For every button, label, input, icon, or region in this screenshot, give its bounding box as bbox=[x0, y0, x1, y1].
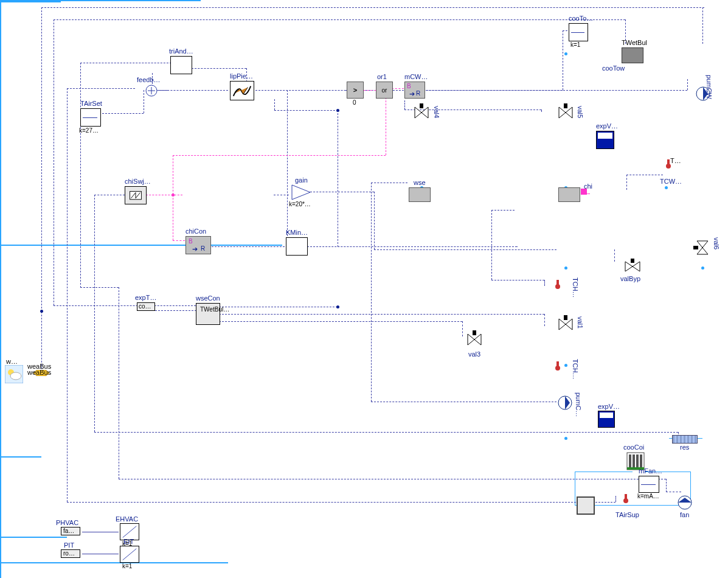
wire bbox=[94, 195, 125, 195]
block-mCW[interactable]: B R ➔ bbox=[404, 82, 425, 99]
block-TAirSet[interactable] bbox=[80, 108, 101, 127]
wire bbox=[119, 287, 119, 479]
label: chiCon bbox=[185, 228, 206, 235]
block-triAnd[interactable] bbox=[170, 56, 192, 74]
wire bbox=[544, 280, 545, 286]
wire bbox=[212, 246, 285, 247]
label: val3 bbox=[468, 350, 480, 358]
diagram-canvas[interactable]: cooTo… k=1 TWetBul cooTow pumCW T… TCW… … bbox=[0, 0, 728, 578]
wire bbox=[94, 432, 678, 433]
wire-bool bbox=[173, 195, 173, 240]
sensor-TAirSup[interactable] bbox=[620, 493, 631, 504]
label: or1 bbox=[377, 73, 387, 80]
svg-marker-3 bbox=[415, 107, 421, 118]
block-expV-b[interactable] bbox=[598, 411, 615, 428]
wire bbox=[80, 63, 81, 288]
pipe bbox=[0, 112, 728, 153]
wire bbox=[563, 30, 563, 90]
block-res[interactable] bbox=[672, 435, 698, 444]
wire bbox=[371, 183, 372, 402]
sensor-TCH2[interactable] bbox=[552, 360, 563, 371]
block-val3[interactable] bbox=[465, 330, 484, 349]
block-gain[interactable] bbox=[291, 184, 311, 201]
block-mFan[interactable] bbox=[639, 476, 659, 493]
label: res bbox=[680, 444, 689, 451]
wire bbox=[426, 90, 687, 91]
block-val4[interactable] bbox=[412, 103, 431, 122]
wire bbox=[274, 99, 275, 110]
junction bbox=[564, 52, 567, 55]
block-val5[interactable] bbox=[556, 103, 575, 122]
label: TAirSup bbox=[615, 511, 639, 518]
label: lipPie… bbox=[230, 72, 253, 80]
label: val5 bbox=[577, 106, 584, 118]
wire bbox=[80, 63, 172, 63]
wire bbox=[541, 110, 542, 112]
label: fan bbox=[680, 511, 689, 518]
wire bbox=[310, 192, 374, 192]
label: cooCoi bbox=[623, 444, 644, 451]
svg-marker-17 bbox=[559, 319, 566, 330]
svg-point-2 bbox=[666, 164, 671, 169]
block-wse[interactable] bbox=[409, 187, 431, 202]
svg-point-42 bbox=[10, 372, 21, 380]
svg-rect-11 bbox=[631, 259, 634, 263]
label: k=1 bbox=[570, 41, 580, 48]
wire bbox=[491, 210, 515, 211]
label: val1 bbox=[577, 316, 584, 329]
b2r-r: R bbox=[416, 90, 420, 97]
pipe bbox=[0, 153, 728, 245]
b2r-r: R bbox=[201, 245, 205, 252]
block-weather[interactable] bbox=[5, 365, 23, 383]
label: PIT bbox=[64, 541, 74, 549]
junction bbox=[336, 109, 339, 112]
block-chi[interactable] bbox=[558, 187, 580, 202]
wire bbox=[274, 110, 338, 111]
label: TWetBul bbox=[622, 39, 647, 46]
block-val1[interactable] bbox=[556, 315, 575, 333]
block-val6[interactable] bbox=[693, 239, 712, 257]
block-chiSwj[interactable] bbox=[125, 186, 147, 204]
block-chiCon[interactable]: B R ➔ bbox=[185, 236, 211, 254]
wire-bool bbox=[173, 155, 386, 156]
block-wseCon[interactable]: TWetBul… bbox=[196, 303, 220, 325]
wire bbox=[615, 496, 616, 502]
wire bbox=[702, 7, 703, 44]
block-TWetBul[interactable] bbox=[622, 47, 643, 63]
svg-point-33 bbox=[623, 498, 628, 503]
block-KMin[interactable] bbox=[286, 237, 308, 256]
sensor-TCH1[interactable] bbox=[552, 279, 563, 290]
label: w… bbox=[6, 358, 18, 365]
label: cooTow bbox=[602, 64, 625, 72]
block-EIT[interactable] bbox=[120, 546, 139, 563]
junction bbox=[701, 266, 704, 270]
label: valByp bbox=[620, 275, 640, 282]
wire bbox=[687, 79, 688, 90]
block-feedback[interactable] bbox=[145, 84, 158, 97]
b2r-top: B bbox=[407, 83, 411, 89]
svg-rect-30 bbox=[640, 454, 642, 468]
block-gt[interactable]: > bbox=[347, 82, 364, 99]
block-air-sink[interactable] bbox=[577, 496, 595, 515]
wire bbox=[67, 88, 135, 89]
block-lipPie[interactable] bbox=[230, 81, 254, 100]
pipe bbox=[0, 411, 728, 456]
label: k=mA… bbox=[637, 493, 659, 500]
block-or1[interactable]: or bbox=[376, 82, 393, 99]
wire bbox=[67, 502, 615, 503]
wire bbox=[626, 175, 627, 190]
label: feedb… bbox=[137, 76, 161, 83]
block-valByp[interactable] bbox=[623, 259, 642, 274]
block-pumC[interactable] bbox=[556, 394, 574, 411]
label: PHVAC bbox=[56, 519, 78, 526]
label: TWetBul… bbox=[200, 306, 229, 313]
svg-rect-14 bbox=[693, 246, 698, 249]
block-fan[interactable] bbox=[676, 494, 693, 511]
label: TCH… bbox=[572, 359, 579, 380]
label: k=20*… bbox=[289, 201, 311, 207]
junction bbox=[564, 266, 567, 270]
label: val4 bbox=[433, 106, 440, 118]
wire bbox=[491, 210, 492, 280]
block-expV-a[interactable] bbox=[596, 131, 614, 149]
block-cooTo[interactable] bbox=[569, 23, 588, 41]
